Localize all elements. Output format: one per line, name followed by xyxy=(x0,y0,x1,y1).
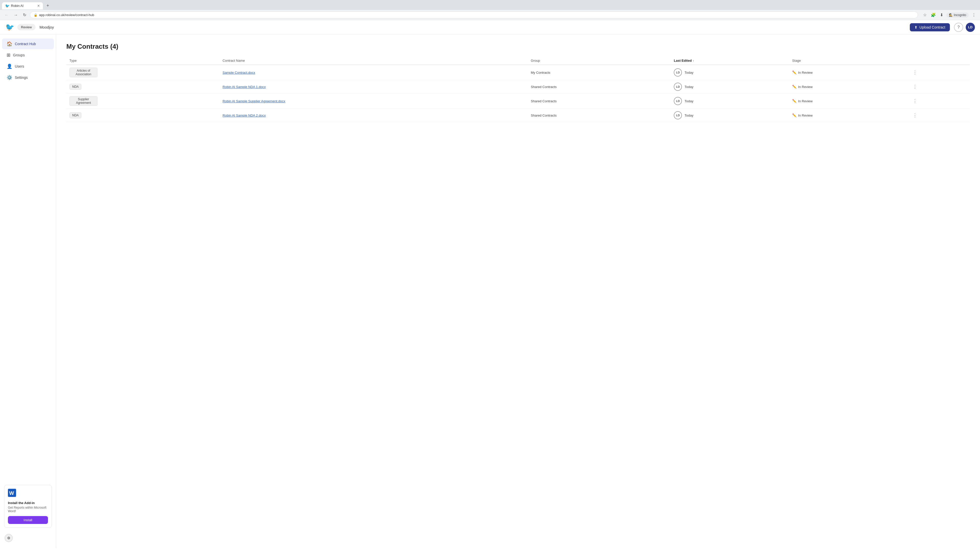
forward-button[interactable]: → xyxy=(12,12,19,18)
review-button[interactable]: Review xyxy=(18,24,35,30)
contract-name-cell-1: Robin AI Sample NDA 1.docx xyxy=(220,80,528,94)
sidebar-item-groups[interactable]: ⊞ Groups xyxy=(2,50,54,60)
sidebar-item-settings[interactable]: ⚙️ Settings xyxy=(2,72,54,83)
sidebar-item-users[interactable]: 👤 Users xyxy=(2,61,54,72)
tab-title: Robin AI xyxy=(11,4,36,8)
edited-date-1: Today xyxy=(684,85,694,89)
sidebar-bottom-icon[interactable]: ⚙ xyxy=(5,534,13,542)
more-cell-1: ⋮ xyxy=(908,80,970,94)
browser-chrome: 🐦 Robin AI ✕ + ← → ↻ 🔒 app.robinai.co.uk… xyxy=(0,0,980,20)
stage-cell-2: ✏️ In Review xyxy=(789,94,908,109)
help-button[interactable]: ? xyxy=(954,23,963,32)
home-icon: 🏠 xyxy=(6,41,12,47)
back-button[interactable]: ← xyxy=(3,12,10,18)
extensions-button[interactable]: 🧩 xyxy=(930,11,937,18)
contract-name-cell-2: Robin AI Sample Supplier Agreement.docx xyxy=(220,94,528,109)
col-group: Group xyxy=(528,57,671,65)
edit-icon-0: ✏️ xyxy=(792,70,797,75)
addon-description: Get Reports within Microsoft Word! xyxy=(8,506,48,513)
stage-cell-1: ✏️ In Review xyxy=(789,80,908,94)
contract-link-2[interactable]: Robin AI Sample Supplier Agreement.docx xyxy=(223,99,285,103)
tab-close-button[interactable]: ✕ xyxy=(37,4,40,8)
addon-title: Install the Add-in xyxy=(8,501,48,505)
sidebar: 🏠 Contract Hub ⊞ Groups 👤 Users ⚙️ Setti… xyxy=(0,35,56,548)
user-avatar[interactable]: LD xyxy=(966,23,975,32)
table-row: Articles of Association Sample Contract.… xyxy=(66,65,970,80)
group-cell-1: Shared Contracts xyxy=(528,80,671,94)
word-icon: W xyxy=(8,489,48,499)
upload-contract-button[interactable]: ⬆ Upload Contract xyxy=(910,23,950,32)
upload-contract-label: Upload Contract xyxy=(920,25,945,29)
table-row: Supplier Agreement Robin AI Sample Suppl… xyxy=(66,94,970,109)
upload-icon: ⬆ xyxy=(915,25,918,29)
editor-avatar-0: LD xyxy=(674,68,682,76)
stage-label-1: In Review xyxy=(798,85,813,89)
menu-button[interactable]: ⋮ xyxy=(971,11,977,18)
col-contract-name: Contract Name xyxy=(220,57,528,65)
contract-name-cell-0: Sample Contract.docx xyxy=(220,65,528,80)
last-edited-cell-2: LD Today xyxy=(671,94,789,109)
sort-arrow-icon: ↑ xyxy=(693,59,694,62)
browser-tabs: 🐦 Robin AI ✕ + xyxy=(0,0,980,10)
group-text-1: Shared Contracts xyxy=(531,85,557,89)
sidebar-item-label: Users xyxy=(15,64,24,68)
type-cell-3: NDA xyxy=(66,109,220,122)
type-cell-1: NDA xyxy=(66,80,220,94)
app-title: Moodjoy xyxy=(40,25,910,29)
address-text: app.robinai.co.uk/review/contract-hub xyxy=(39,13,914,17)
robin-logo: 🐦 xyxy=(5,23,14,32)
last-edited-cell-0: LD Today xyxy=(671,65,789,80)
type-badge-3: NDA xyxy=(69,112,81,118)
page-title: My Contracts (4) xyxy=(66,43,970,51)
app-header: 🐦 Review Moodjoy ⬆ Upload Contract ? LD xyxy=(0,20,980,35)
tab-favicon: 🐦 xyxy=(5,4,10,8)
group-text-2: Shared Contracts xyxy=(531,99,557,103)
contract-link-0[interactable]: Sample Contract.docx xyxy=(223,71,255,75)
reload-button[interactable]: ↻ xyxy=(21,11,28,18)
more-button-2[interactable]: ⋮ xyxy=(911,97,919,105)
bookmark-button[interactable]: ☆ xyxy=(922,11,928,18)
contract-link-3[interactable]: Robin AI Sample NDA 2.docx xyxy=(223,114,266,118)
stage-label-2: In Review xyxy=(798,99,813,103)
editor-avatar-2: LD xyxy=(674,97,682,105)
table-row: NDA Robin AI Sample NDA 1.docx Shared Co… xyxy=(66,80,970,94)
sidebar-item-label: Contract Hub xyxy=(15,42,36,46)
edit-icon-1: ✏️ xyxy=(792,85,797,89)
type-cell-0: Articles of Association xyxy=(66,65,220,80)
sidebar-item-contract-hub[interactable]: 🏠 Contract Hub xyxy=(2,38,54,49)
install-addon-button[interactable]: Install xyxy=(8,516,48,524)
group-cell-0: My Contracts xyxy=(528,65,671,80)
address-bar[interactable]: 🔒 app.robinai.co.uk/review/contract-hub xyxy=(30,11,918,18)
col-last-edited[interactable]: Last Edited ↑ xyxy=(671,57,789,65)
app-body: 🏠 Contract Hub ⊞ Groups 👤 Users ⚙️ Setti… xyxy=(0,35,980,548)
type-badge-2: Supplier Agreement xyxy=(69,96,97,106)
group-text-3: Shared Contracts xyxy=(531,114,557,118)
addon-promo: W Install the Add-in Get Reports within … xyxy=(4,485,52,528)
stage-label-0: In Review xyxy=(798,71,813,75)
contract-link-1[interactable]: Robin AI Sample NDA 1.docx xyxy=(223,85,266,89)
edit-icon-3: ✏️ xyxy=(792,113,797,118)
app-container: 🐦 Review Moodjoy ⬆ Upload Contract ? LD … xyxy=(0,20,980,548)
main-panel: My Contracts (4) Type Contract Name Grou… xyxy=(56,35,980,548)
more-button-3[interactable]: ⋮ xyxy=(911,111,919,119)
more-cell-3: ⋮ xyxy=(908,109,970,122)
group-text-0: My Contracts xyxy=(531,71,550,75)
app-logo: 🐦 xyxy=(5,23,14,32)
download-button[interactable]: ⬇ xyxy=(939,11,944,18)
settings-icon: ⚙️ xyxy=(6,75,12,80)
browser-nav: ← → ↻ 🔒 app.robinai.co.uk/review/contrac… xyxy=(0,10,980,20)
incognito-icon: 🕵️ xyxy=(949,13,953,17)
incognito-label: Incognito xyxy=(954,13,966,17)
type-badge-0: Articles of Association xyxy=(69,68,97,77)
col-actions xyxy=(908,57,970,65)
new-tab-button[interactable]: + xyxy=(44,2,52,10)
users-icon: 👤 xyxy=(6,64,12,69)
more-button-0[interactable]: ⋮ xyxy=(911,68,919,76)
group-cell-3: Shared Contracts xyxy=(528,109,671,122)
stage-cell-3: ✏️ In Review xyxy=(789,109,908,122)
more-button-1[interactable]: ⋮ xyxy=(911,83,919,91)
contract-name-cell-3: Robin AI Sample NDA 2.docx xyxy=(220,109,528,122)
nav-icons: ☆ 🧩 ⬇ 🕵️ Incognito ⋮ xyxy=(922,11,977,18)
contracts-table: Type Contract Name Group Last Edited ↑ S… xyxy=(66,57,970,122)
active-tab[interactable]: 🐦 Robin AI ✕ xyxy=(2,2,43,10)
